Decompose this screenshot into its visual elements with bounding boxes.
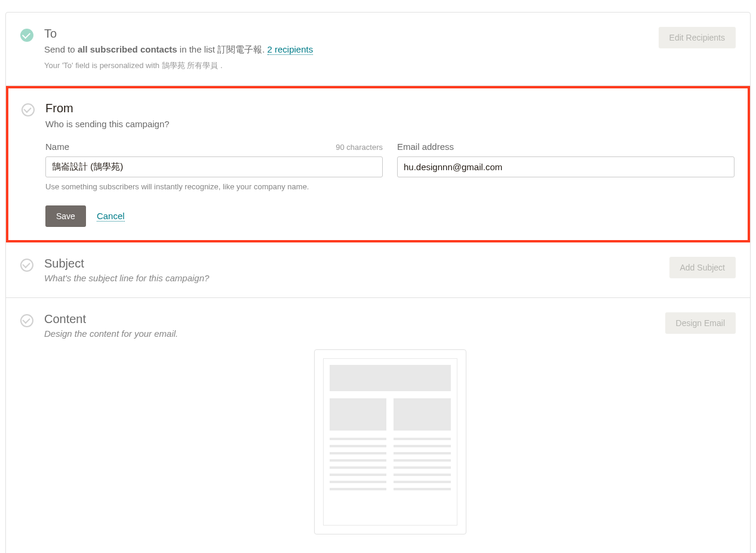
- name-field-group: Name 90 characters Use something subscri…: [45, 142, 383, 191]
- subject-description: What's the subject line for this campaig…: [44, 273, 736, 283]
- to-desc-bold: all subscribed contacts: [78, 44, 177, 54]
- to-description: Send to all subscribed contacts in the l…: [44, 43, 736, 57]
- cancel-button[interactable]: Cancel: [97, 211, 125, 222]
- to-title: To: [44, 27, 736, 41]
- check-icon: [21, 103, 35, 116]
- edit-recipients-button[interactable]: Edit Recipients: [659, 27, 736, 48]
- to-section: Edit Recipients To Send to all subscribe…: [6, 13, 750, 86]
- campaign-setup-card: Edit Recipients To Send to all subscribe…: [5, 12, 751, 553]
- subject-title: Subject: [44, 257, 736, 271]
- check-icon: [20, 314, 33, 327]
- save-button[interactable]: Save: [45, 205, 86, 227]
- content-title: Content: [44, 312, 736, 326]
- name-hint: Use something subscribers will instantly…: [45, 182, 383, 191]
- content-section: Design Email Content Design the content …: [6, 298, 750, 553]
- check-icon: [20, 259, 33, 272]
- subject-section: Add Subject Subject What's the subject l…: [6, 242, 750, 298]
- recipients-link[interactable]: 2 recipients: [268, 44, 314, 55]
- check-icon: [20, 29, 33, 42]
- name-input[interactable]: [45, 156, 383, 177]
- content-description: Design the content for your email.: [44, 328, 736, 339]
- email-input[interactable]: [397, 156, 735, 177]
- from-description: Who is sending this campaign?: [45, 118, 735, 131]
- design-email-button[interactable]: Design Email: [665, 312, 736, 334]
- to-helper-text: Your 'To' field is personalized with 鵠學苑…: [44, 60, 736, 71]
- name-char-count: 90 characters: [336, 143, 383, 152]
- add-subject-button[interactable]: Add Subject: [669, 257, 736, 278]
- to-desc-mid: in the list 訂閱電子報.: [177, 44, 268, 54]
- email-preview-thumbnail[interactable]: [314, 349, 466, 534]
- from-title: From: [45, 102, 735, 115]
- to-desc-prefix: Send to: [44, 44, 78, 54]
- from-section: From Who is sending this campaign? Name …: [6, 86, 750, 243]
- email-label: Email address: [397, 142, 454, 152]
- email-field-group: Email address: [397, 142, 735, 191]
- name-label: Name: [45, 142, 69, 152]
